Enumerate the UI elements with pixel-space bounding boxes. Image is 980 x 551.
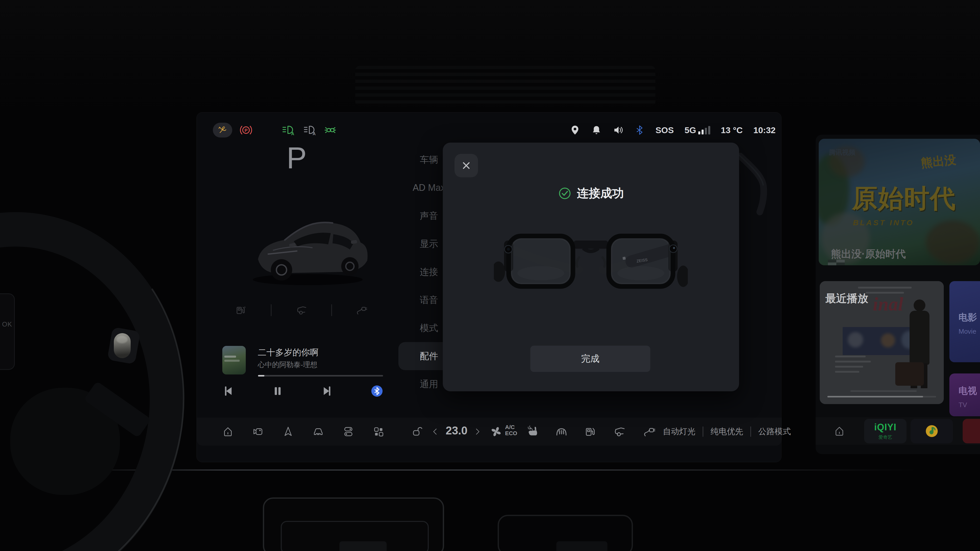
tailgate-icon bbox=[296, 304, 307, 316]
modal-header: 连接成功 bbox=[443, 186, 739, 201]
service-tools-indicator bbox=[213, 123, 232, 138]
position-lamps-icon bbox=[324, 124, 337, 137]
modal-title: 连接成功 bbox=[577, 186, 624, 201]
category-tv-zh: 电视 bbox=[959, 385, 977, 397]
mode-auto-light[interactable]: 自动灯光 bbox=[663, 426, 695, 437]
glasses-temple-overflow bbox=[737, 153, 772, 219]
volume-icon bbox=[612, 124, 624, 136]
music-artist: 心中的阿勒泰-理想 bbox=[258, 360, 317, 370]
console-vent-right-slot bbox=[556, 541, 608, 551]
pause-button[interactable] bbox=[272, 385, 283, 397]
parking-brake-indicator: P bbox=[239, 124, 253, 137]
navigation-button[interactable] bbox=[282, 426, 294, 437]
category-tv-card[interactable]: 电视 TV bbox=[950, 373, 980, 416]
steering-ok-button: OK bbox=[2, 321, 12, 328]
main-display: P A A bbox=[197, 112, 781, 462]
dashboard-air-vent bbox=[355, 66, 655, 106]
svg-text:A: A bbox=[313, 131, 316, 136]
bell-icon bbox=[591, 125, 602, 135]
category-movie-card[interactable]: 电影 Movie bbox=[950, 281, 980, 362]
location-icon bbox=[570, 125, 580, 135]
vehicle-quick-status bbox=[235, 304, 368, 316]
divider bbox=[271, 304, 272, 316]
network-indicator: 5G bbox=[684, 125, 710, 135]
qq-music-app-tile[interactable] bbox=[911, 419, 953, 443]
iqiyi-app-tile[interactable]: iQIYI 爱奇艺 bbox=[864, 419, 907, 443]
vehicle-render bbox=[243, 194, 375, 289]
svg-text:P: P bbox=[245, 128, 248, 133]
close-icon bbox=[461, 160, 472, 171]
recent-played-card[interactable]: inal 最近播放 bbox=[820, 281, 944, 404]
temp-decrease-button[interactable] bbox=[431, 427, 440, 436]
connection-success-modal: 连接成功 ZEISS bbox=[443, 143, 739, 391]
partial-app-tile[interactable] bbox=[963, 419, 980, 443]
cabin-scene: OK P A bbox=[0, 0, 980, 551]
mode-ev-priority[interactable]: 纯电优先 bbox=[711, 426, 743, 437]
done-button[interactable]: 完成 bbox=[530, 346, 650, 372]
steering-wheel-rim-highlight bbox=[0, 184, 215, 551]
steering-wheel-button-panel bbox=[0, 293, 15, 370]
eco-label: ECO bbox=[505, 430, 517, 437]
category-movie-en: Movie bbox=[959, 327, 976, 335]
passenger-dock: iQIYI 爱奇艺 bbox=[816, 417, 980, 445]
dashboard-edge-highlight bbox=[66, 469, 919, 471]
music-controls bbox=[222, 385, 383, 397]
controls-button[interactable] bbox=[342, 426, 354, 437]
close-button[interactable] bbox=[455, 154, 478, 177]
status-bar-left: P A A bbox=[213, 122, 337, 138]
recent-played-label: 最近播放 bbox=[825, 291, 868, 306]
clock: 10:32 bbox=[753, 125, 776, 135]
home-button[interactable] bbox=[222, 426, 234, 437]
bluetooth-icon bbox=[635, 125, 645, 135]
iqiyi-logo-text: iQIYI bbox=[874, 422, 896, 433]
mode-highway[interactable]: 公路模式 bbox=[758, 426, 791, 437]
status-bar-right: SOS 5G 13 °C 10:32 bbox=[570, 122, 776, 138]
music-progress-bar[interactable] bbox=[258, 375, 383, 376]
svg-text:A: A bbox=[291, 131, 294, 136]
console-vent-left-slot bbox=[339, 541, 387, 551]
passenger-display: 腾讯视频 熊出没 原始时代 BLAST INTO 熊出没·原始时代 inal bbox=[816, 135, 980, 454]
category-tv-en: TV bbox=[959, 401, 967, 409]
fuel-button[interactable] bbox=[584, 425, 597, 438]
ac-eco-label[interactable]: A/C ECO bbox=[505, 424, 517, 437]
sos-indicator: SOS bbox=[655, 125, 674, 135]
divider bbox=[331, 304, 332, 316]
music-progress-fill bbox=[258, 375, 264, 376]
gear-indicator: P bbox=[286, 141, 307, 175]
ac-label: A/C bbox=[505, 424, 517, 430]
album-art[interactable] bbox=[222, 346, 246, 375]
glasses-camera-right bbox=[670, 245, 677, 252]
category-movie-zh: 电影 bbox=[959, 311, 977, 324]
passenger-home-button[interactable] bbox=[834, 425, 845, 437]
tailgate-button[interactable] bbox=[613, 425, 626, 438]
defrost-button[interactable] bbox=[555, 425, 568, 438]
featured-video-card[interactable]: 腾讯视频 熊出没 原始时代 BLAST INTO 熊出没·原始时代 bbox=[819, 139, 980, 265]
outside-temperature: 13 °C bbox=[721, 125, 743, 135]
apps-grid-button[interactable] bbox=[372, 426, 384, 437]
previous-track-button[interactable] bbox=[222, 385, 234, 397]
charging-icon bbox=[356, 304, 368, 316]
smart-glasses-image: ZEISS bbox=[494, 219, 688, 300]
seat-ventilation-button[interactable] bbox=[526, 425, 540, 438]
dashcam-button[interactable] bbox=[252, 426, 264, 437]
signal-bars-icon bbox=[698, 126, 710, 135]
fuel-icon bbox=[235, 304, 247, 316]
divider bbox=[703, 427, 703, 437]
qq-music-icon bbox=[924, 424, 939, 438]
main-dock: 23.0 A/C ECO bbox=[197, 418, 782, 446]
drive-mode-group: 自动灯光 纯电优先 公路模式 bbox=[663, 418, 791, 446]
music-title: 二十多岁的你啊 bbox=[258, 347, 318, 359]
auto-highbeam-on-icon: A bbox=[281, 124, 294, 137]
next-track-button[interactable] bbox=[321, 385, 333, 397]
cabin-temperature: 23.0 bbox=[441, 424, 472, 437]
check-circle-icon bbox=[558, 187, 571, 200]
fan-icon[interactable] bbox=[489, 425, 503, 438]
lock-open-button[interactable] bbox=[411, 426, 423, 438]
tools-icon bbox=[218, 125, 228, 135]
charge-plug-button[interactable] bbox=[643, 425, 656, 438]
network-type: 5G bbox=[684, 125, 696, 135]
divider bbox=[750, 427, 751, 437]
bluetooth-audio-button[interactable] bbox=[371, 385, 383, 397]
vehicle-button[interactable] bbox=[312, 426, 324, 437]
temp-increase-button[interactable] bbox=[473, 427, 482, 436]
